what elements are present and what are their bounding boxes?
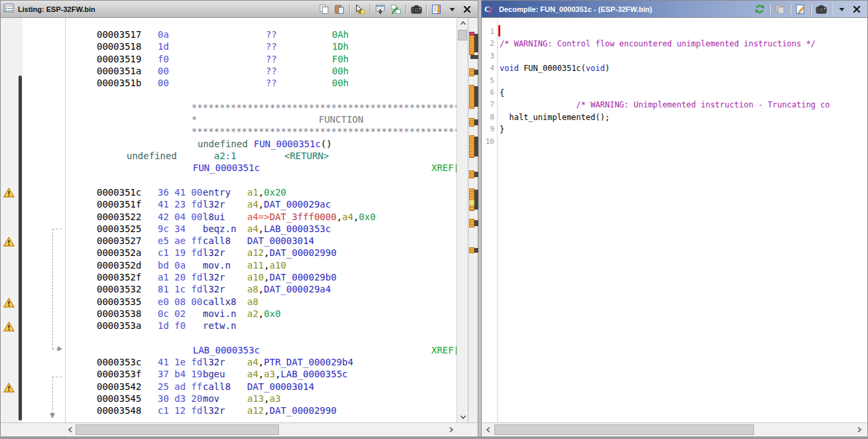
listing-field[interactable]: XREF[ (431, 162, 457, 174)
listing-field[interactable]: undefined (127, 150, 177, 162)
operand[interactable]: a8 (247, 284, 258, 294)
dropdown-icon[interactable] (445, 3, 459, 16)
operand[interactable]: , (264, 405, 269, 416)
scrollbar-thumb[interactable] (458, 30, 467, 40)
listing-field[interactable]: 00 (158, 65, 169, 77)
listing-field[interactable]: 37 b4 19 (158, 368, 202, 380)
operand[interactable]: 0x0 (359, 212, 376, 222)
decompile-code-line[interactable]: void FUN_0000351c(void) (500, 62, 867, 74)
diff-view-icon[interactable] (374, 3, 387, 16)
operand[interactable]: a3 (270, 393, 281, 404)
operand[interactable]: LAB_0000355c (281, 369, 348, 379)
listing-row[interactable] (1, 174, 457, 186)
decompile-horizontal-scrollbar[interactable] (482, 422, 867, 436)
listing-field[interactable]: FUNCTION (319, 113, 363, 125)
listing-field[interactable]: LAB_0000353c (193, 344, 260, 356)
operand[interactable]: 0x20 (264, 187, 286, 198)
listing-field[interactable]: a2:1 (214, 150, 237, 162)
operands-field[interactable]: a4=>DAT_3fff0000,a4,0x0 (247, 211, 376, 223)
listing-field[interactable]: 00003532 (97, 283, 141, 295)
listing-field[interactable]: 00003538 (97, 308, 141, 320)
listing-field[interactable]: ?? (266, 53, 277, 65)
display-options-icon[interactable] (430, 3, 443, 16)
listing-field[interactable]: 0Ah (332, 29, 349, 40)
operands-field[interactable]: a4,DAT_000029ac (247, 198, 331, 210)
cursor-icon[interactable] (353, 3, 366, 16)
decompile-code-line[interactable] (500, 26, 867, 38)
operands-field[interactable]: a4,PTR_DAT_000029b4 (247, 356, 353, 368)
listing-row[interactable]: 00003519f0??F0h (1, 53, 457, 65)
listing-header[interactable]: Listing: ESP-32FW.bin (1, 1, 478, 18)
listing-row[interactable]: 0000353f37 b4 19bgeua4,a3,LAB_0000355c (1, 368, 457, 380)
decompile-code-line[interactable] (500, 50, 867, 62)
listing-field[interactable]: 0000351f (97, 198, 141, 210)
operands-field[interactable]: a1,0x20 (247, 186, 286, 198)
operand[interactable]: DAT_00002990 (270, 247, 337, 258)
listing-field[interactable]: ****************************************… (191, 101, 457, 113)
operand[interactable]: a3 (264, 369, 275, 379)
listing-field[interactable]: 00003518 (97, 40, 141, 52)
listing-row[interactable] (1, 332, 457, 344)
listing-row[interactable]: ****************************************… (1, 101, 457, 113)
operand[interactable]: PTR_DAT_000029b4 (264, 357, 353, 367)
code-token[interactable]: halt_unimplemented (509, 113, 595, 122)
listing-row[interactable]: 0000351c36 41 00entrya1,0x20 (1, 186, 457, 198)
listing-row[interactable]: 000035380c 02movi.na2,0x0 (1, 308, 457, 320)
listing-field[interactable]: c1 12 fd (158, 405, 202, 416)
decompile-code-line[interactable]: } (500, 123, 867, 135)
listing-field[interactable]: FUN_0000351c (254, 138, 321, 150)
listing-field[interactable]: 41 1e fd (158, 356, 202, 368)
listing-field[interactable]: 0000352d (97, 259, 141, 271)
listing-field[interactable]: 30 d3 20 (158, 393, 202, 405)
operand[interactable]: LAB_0000353c (264, 223, 331, 234)
operand[interactable]: a10 (270, 260, 286, 271)
operand[interactable]: a1 (247, 187, 258, 198)
operand[interactable]: a8 (247, 296, 258, 307)
scroll-right-button[interactable] (854, 423, 865, 436)
operand[interactable]: DAT_000029ac (264, 199, 331, 210)
listing-field[interactable]: beqz.n (203, 223, 237, 235)
operands-field[interactable]: a12,DAT_00002990 (247, 247, 337, 259)
listing-field[interactable]: 00h (332, 77, 349, 89)
listing-field[interactable]: ****************************************… (191, 125, 457, 137)
refresh-icon[interactable] (753, 3, 766, 16)
decompile-code-line[interactable] (500, 75, 867, 87)
snapshot-diff-icon[interactable] (389, 3, 402, 16)
listing-row[interactable] (1, 90, 457, 101)
listing-field[interactable]: * (191, 113, 197, 125)
decompile-code-line[interactable]: halt_unimplemented(); (500, 111, 867, 123)
operands-field[interactable]: a8 (247, 296, 258, 308)
decompile-code-line[interactable]: /* WARNING: Control flow encountered uni… (500, 38, 867, 50)
code-token[interactable]: void (586, 64, 605, 73)
operand[interactable]: 0x0 (264, 308, 280, 319)
listing-row[interactable]: 0000352fa1 20 fdl32ra10,DAT_000029b0 (1, 271, 457, 283)
listing-row[interactable]: 0000351a00??00h (1, 65, 457, 77)
operands-field[interactable]: a2,0x0 (247, 308, 281, 320)
listing-field[interactable]: 1d (158, 40, 169, 52)
copy-disabled-icon[interactable] (773, 3, 787, 16)
listing-row[interactable]: 000035170a??0Ah (1, 29, 457, 40)
close-icon[interactable] (461, 3, 474, 16)
listing-row[interactable]: 0000352ac1 19 fdl32ra12,DAT_00002990 (1, 247, 457, 259)
code-token[interactable]: ) (605, 64, 610, 73)
code-token[interactable]: /* WARNING: Control flow encountered uni… (500, 39, 816, 48)
listing-field[interactable]: 0000352a (97, 247, 141, 259)
operand[interactable]: a11 (247, 260, 264, 271)
listing-field[interactable]: 1Dh (332, 40, 349, 52)
listing-field[interactable]: 0000351a (97, 65, 141, 77)
decompile-code-line[interactable] (500, 136, 867, 148)
listing-field[interactable]: f0 (158, 53, 169, 65)
close-icon[interactable] (850, 3, 863, 16)
operands-field[interactable]: a12,DAT_00002990 (247, 405, 337, 416)
listing-field[interactable]: retw.n (203, 320, 237, 332)
listing-field[interactable]: 00 (158, 77, 169, 89)
listing-field[interactable]: 0000352f (97, 271, 141, 283)
listing-field[interactable]: 00003535 (97, 296, 141, 308)
listing-field[interactable]: l32r (203, 247, 225, 259)
listing-row[interactable]: ****************************************… (1, 125, 457, 137)
operand[interactable]: , (275, 369, 280, 379)
listing-field[interactable]: 00003548 (97, 405, 141, 416)
listing-field[interactable]: 81 1c fd (158, 283, 202, 295)
listing-field[interactable]: mov.n (203, 259, 231, 271)
operand[interactable]: a4 (247, 369, 258, 379)
